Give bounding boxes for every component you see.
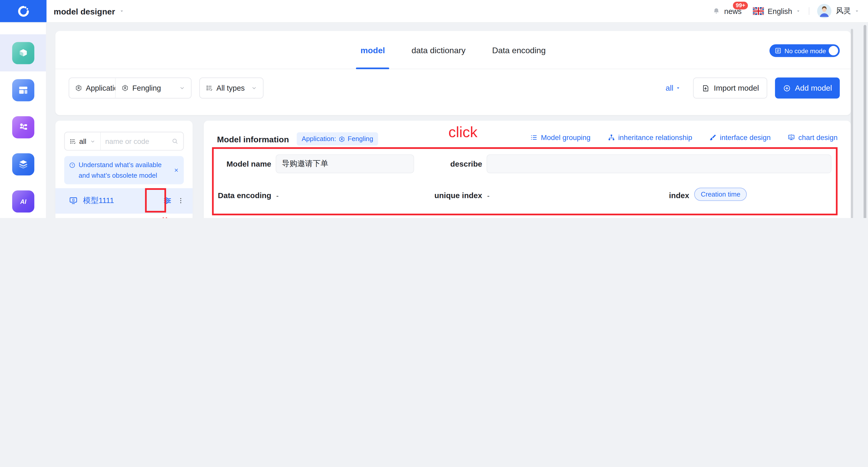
rail-app-icon [12,116,34,138]
type-filter-select[interactable]: All types [199,77,264,98]
model-icon [69,196,78,205]
chevron-down-icon [854,8,860,14]
model-information-title: Model information [217,134,289,144]
page-title: model designer [54,6,115,16]
sidebar-model-item[interactable]: 模型1111 [55,188,192,214]
news-badge: 99+ [733,1,748,9]
model-action-link[interactable]: inheritance relationship [607,133,692,142]
svg-text:?: ? [71,163,73,167]
tab[interactable]: data dictionary [411,31,466,69]
import-icon [702,84,710,92]
unique-index-value: - [487,191,490,200]
model-designer-app: model designer news 99+ English 风灵 [0,0,868,218]
model-action-link[interactable]: interface design [709,133,771,142]
rail-app-icon [12,79,34,101]
search-icon[interactable] [171,137,179,145]
model-scope-select[interactable]: all [65,132,101,150]
describe-input[interactable] [487,154,832,173]
action-icon [607,133,615,142]
no-code-mode-toggle[interactable]: No code mode [770,44,840,57]
svg-text:AI: AI [20,198,26,205]
application-tag: Application: Fengling [297,132,378,146]
news-menu[interactable]: news 99+ [724,7,742,15]
app-logo [0,0,46,22]
add-model-button[interactable]: Add model [775,77,840,98]
rail-app-icon [12,42,34,64]
sidebar-model-item[interactable]: 请假申请模型 [55,213,192,218]
model-notice-banner: ? Understand what’s available and what’s… [64,156,184,184]
action-icon [709,133,717,142]
data-encoding-label: Data encoding [212,191,271,200]
divider [809,7,809,15]
describe-label: describe [423,159,482,168]
content-scrollbar[interactable] [851,29,853,218]
close-icon[interactable] [173,167,180,173]
chevron-down-icon [251,85,257,91]
more-actions-icon[interactable] [177,196,185,205]
chevron-down-icon [796,8,801,14]
index-tag: Creation time [694,188,747,201]
toggle-knob [829,46,838,55]
rail-app-item[interactable] [0,34,46,71]
avatar[interactable] [817,4,832,18]
rail-app-item[interactable] [0,71,46,108]
chevron-down-icon [676,85,681,91]
model-name-label: Model name [212,159,271,168]
topbar: model designer news 99+ English 风灵 [0,0,868,23]
model-list: 模型1111 请假申请模型 [55,188,192,218]
data-encoding-value: - [276,191,278,200]
tabs: model data dictionary Data encoding [55,31,851,69]
index-label: index [630,191,689,200]
application-icon [338,135,345,143]
application-select[interactable]: Applicatio Fengling [69,77,192,98]
list-filter-icon [206,84,213,92]
model-name-input[interactable] [276,154,414,173]
language-select[interactable]: English [768,7,801,15]
import-model-button[interactable]: Import model [693,77,768,98]
model-list-panel: all ? Understand what’s available and wh… [55,121,192,218]
model-actions: Model grouping inheritance relationship … [530,133,838,142]
header-card: model data dictionary Data encoding No c… [55,31,851,115]
chevron-down-icon [90,138,96,145]
page-scrollbar[interactable] [864,25,866,218]
scope-dropdown[interactable]: all [665,84,681,92]
edit-model-icon[interactable] [163,196,172,205]
bell-icon[interactable] [712,7,721,15]
rail-app-item[interactable] [0,108,46,146]
unique-index-label: unique index [423,191,482,200]
tab[interactable]: model [361,31,385,69]
model-search-input[interactable] [101,137,171,145]
app-switcher[interactable]: model designer [54,6,125,16]
model-search: all [64,132,184,151]
application-icon [75,84,83,92]
model-action-link[interactable]: Model grouping [530,133,591,142]
user-menu[interactable]: 风灵 [836,6,860,16]
rail-app-item[interactable]: AI [0,183,46,218]
list-filter-icon [69,138,76,145]
tab[interactable]: Data encoding [492,31,546,69]
rail-app-icon: AI [12,190,34,212]
app-rail: AI [0,22,46,218]
model-action-link[interactable]: chart design [787,133,838,142]
rail-app-icon [12,153,34,176]
application-icon [121,84,129,92]
uk-flag-icon [753,7,764,15]
rail-app-item[interactable] [0,146,46,183]
chevron-down-icon [119,8,124,14]
model-detail-panel: Model information Application: Fengling … [204,121,851,218]
action-icon [787,133,796,142]
plus-icon [783,84,791,92]
sliders-icon [774,47,782,54]
question-icon: ? [69,162,76,169]
logo-icon [17,5,29,17]
action-icon [530,133,538,142]
chevron-down-icon [179,85,185,91]
